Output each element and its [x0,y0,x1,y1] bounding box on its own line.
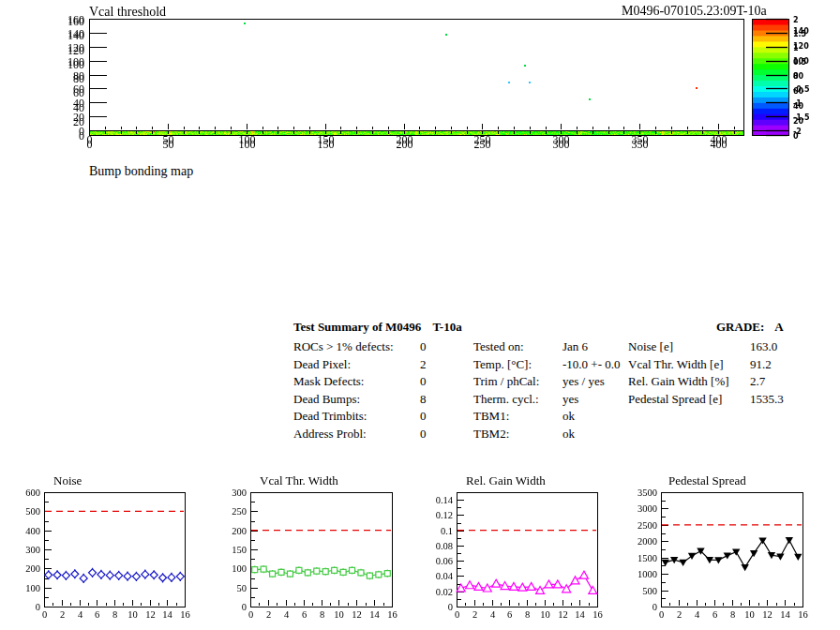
summary-value: yes / yes [562,374,605,389]
module-id-title: M0496-070105.23:09T-10a [622,4,767,19]
summary-label: Temp. [°C]: [473,357,532,372]
noise-plot-canvas [0,469,210,630]
summary-value: 1535.3 [750,392,784,407]
summary-label: Dead Trimbits: [293,409,367,424]
summary-label: Dead Bumps: [293,392,360,407]
summary-label: Vcal Thr. Width [e] [628,357,724,372]
summary-value: ok [562,409,575,424]
summary-label: Mask Defects: [293,374,364,389]
summary-title-text: Test Summary of M0496 [293,320,421,334]
pedestal-spread-plot-canvas [630,469,840,630]
summary-value: 91.2 [750,357,772,372]
summary-label: ROCs > 1% defects: [293,339,394,354]
summary-value: 0 [420,409,427,424]
summary-value: 2 [420,357,427,372]
summary-label: Tested on: [473,339,524,354]
summary-label: Rel. Gain Width [%] [628,374,729,389]
bump-bonding-map-canvas [0,0,840,150]
grade-label: GRADE: [716,320,764,334]
summary-value: Jan 6 [562,339,588,354]
summary-value: -10.0 +- 0.0 [562,357,621,372]
summary-title: Test Summary of M0496T-10a [293,320,462,335]
noise-chart-title: Noise [53,473,82,488]
summary-value: 8 [420,392,427,407]
vcal-thr-width-chart-title: Vcal Thr. Width [260,473,338,488]
summary-value: 163.0 [750,339,777,354]
module-test-report-page: Vcal threshold M0496-070105.23:09T-10a B… [0,0,840,630]
summary-label: Pedestal Spread [e] [628,392,722,407]
grade-badge: GRADE:A [716,320,784,335]
summary-value: 2.7 [750,374,765,389]
grade-value: A [774,320,783,334]
summary-value: 0 [420,339,427,354]
summary-value: 0 [420,374,427,389]
rel-gain-width-plot-canvas [420,469,630,630]
summary-label: Address Probl: [293,427,367,442]
summary-subtitle-text: T-10a [432,320,461,334]
pedestal-spread-chart-title: Pedestal Spread [668,473,746,488]
vcal-map-title: Vcal threshold [89,5,166,20]
vcal-thr-width-plot-canvas [210,469,420,630]
summary-label: Noise [e] [628,339,673,354]
summary-label: TBM1: [473,409,509,424]
summary-label: Trim / phCal: [473,374,539,389]
rel-gain-width-chart-title: Rel. Gain Width [466,473,546,488]
summary-label: Dead Pixel: [293,357,351,372]
summary-label: TBM2: [473,427,509,442]
summary-value: yes [562,392,578,407]
bump-map-title: Bump bonding map [89,164,193,179]
summary-value: ok [562,427,575,442]
summary-label: Therm. cycl.: [473,392,539,407]
summary-value: 0 [420,427,427,442]
